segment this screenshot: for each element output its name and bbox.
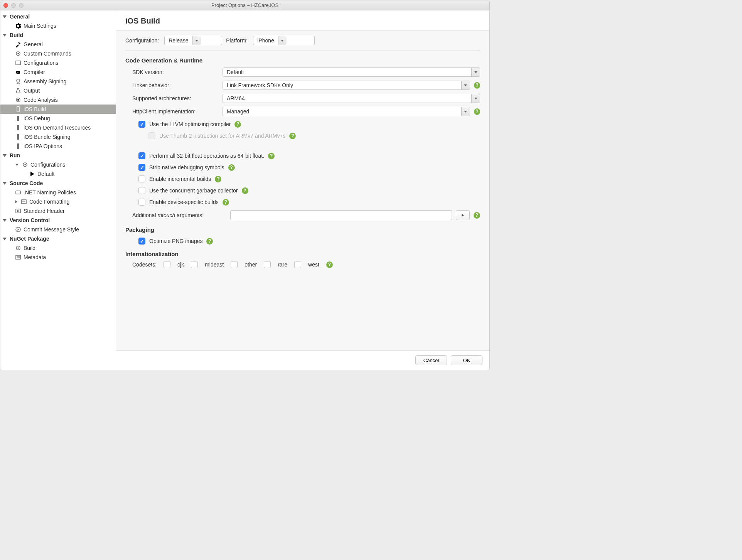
arch-select[interactable]: ARM64 — [223, 94, 480, 103]
radio-icon — [15, 97, 21, 103]
sidebar-item-naming-policies[interactable]: .NET Naming Policies — [0, 188, 116, 197]
sidebar-item-main-settings[interactable]: Main Settings — [0, 21, 116, 30]
sidebar-item-commit-style[interactable]: Commit Message Style — [0, 225, 116, 234]
ok-button[interactable]: OK — [451, 355, 482, 365]
sidebar-item-ios-ondemand[interactable]: iOS On-Demand Resources — [0, 123, 116, 132]
linker-behavior-label: Linker behavior: — [132, 82, 217, 88]
llvm-checkbox[interactable] — [138, 121, 145, 128]
help-icon[interactable]: ? — [228, 164, 235, 171]
png-checkbox[interactable] — [138, 238, 145, 245]
sidebar-section-source-code[interactable]: Source Code — [0, 179, 116, 188]
platform-label: Platform: — [226, 37, 248, 44]
sidebar-item-ios-debug[interactable]: iOS Debug — [0, 114, 116, 123]
gear-icon — [22, 162, 28, 168]
chevron-down-icon — [461, 107, 470, 116]
sidebar-item-code-analysis[interactable]: Code Analysis — [0, 95, 116, 105]
sidebar-item-ios-bundle-signing[interactable]: iOS Bundle Signing — [0, 132, 116, 142]
gear-icon — [15, 51, 21, 57]
window-icon — [15, 60, 21, 66]
gc-checkbox[interactable] — [138, 187, 145, 194]
badge-icon — [15, 78, 21, 84]
chevron-down-icon — [471, 68, 480, 76]
help-icon[interactable]: ? — [215, 176, 221, 182]
help-icon[interactable]: ? — [242, 187, 248, 194]
httpclient-select[interactable]: Managed — [223, 107, 470, 116]
help-icon[interactable]: ? — [268, 153, 275, 159]
help-icon[interactable]: ? — [289, 133, 296, 139]
sidebar-section-general[interactable]: General — [0, 12, 116, 21]
mtouch-expand-button[interactable] — [456, 210, 470, 220]
play-icon — [462, 214, 464, 217]
mtouch-arguments-input[interactable] — [230, 210, 452, 220]
sidebar-item-standard-header[interactable]: #Standard Header — [0, 206, 116, 216]
sdk-version-select[interactable]: Default — [223, 67, 480, 77]
window-title: Project Options – HZCare.iOS — [0, 2, 489, 8]
incremental-checkbox[interactable] — [138, 175, 145, 182]
check-icon — [15, 226, 21, 233]
section-packaging: Packaging — [125, 226, 480, 233]
chevron-down-icon — [461, 81, 470, 89]
sidebar-item-nuget-metadata[interactable]: Metadata — [0, 253, 116, 262]
sidebar-item-run-default[interactable]: Default — [0, 169, 116, 179]
svg-rect-11 — [17, 125, 19, 130]
device-checkbox[interactable] — [138, 199, 145, 206]
codeset-other-checkbox[interactable] — [231, 261, 238, 268]
titlebar: Project Options – HZCare.iOS — [0, 0, 489, 10]
sidebar-section-version-control[interactable]: Version Control — [0, 216, 116, 225]
codeset-cjk-checkbox[interactable] — [164, 261, 170, 268]
chevron-down-icon — [3, 182, 7, 185]
help-icon[interactable]: ? — [234, 121, 241, 128]
main-panel: iOS Build Configuration: Release Platfor… — [116, 10, 489, 370]
chevron-down-icon — [192, 36, 201, 45]
svg-rect-2 — [16, 61, 20, 65]
sidebar-item-run-configurations[interactable]: Configurations — [0, 160, 116, 169]
help-icon[interactable]: ? — [474, 82, 480, 89]
sidebar-section-nuget[interactable]: NuGet Package — [0, 234, 116, 243]
dialog-footer: Cancel OK — [116, 350, 489, 370]
phone-icon — [15, 143, 21, 149]
sidebar-item-ios-ipa-options[interactable]: iOS IPA Options — [0, 142, 116, 151]
strip-checkbox[interactable] — [138, 164, 145, 171]
list-icon — [21, 199, 27, 205]
help-icon[interactable]: ? — [223, 199, 229, 206]
sidebar-item-build-general[interactable]: General — [0, 40, 116, 49]
chevron-down-icon — [3, 15, 7, 18]
sidebar-item-custom-commands[interactable]: Custom Commands — [0, 49, 116, 58]
chevron-down-icon — [471, 94, 480, 103]
sdk-version-label: SDK version: — [132, 69, 217, 75]
configuration-select[interactable]: Release — [164, 36, 222, 45]
help-icon[interactable]: ? — [474, 212, 480, 219]
phone-icon — [15, 106, 21, 112]
sidebar-item-code-formatting[interactable]: Code Formatting — [0, 197, 116, 206]
sidebar-section-run[interactable]: Run — [0, 151, 116, 160]
section-codegen: Code Generation & Runtime — [125, 57, 480, 64]
svg-rect-9 — [17, 106, 19, 112]
cancel-button[interactable]: Cancel — [415, 355, 447, 365]
sidebar-item-output[interactable]: Output — [0, 86, 116, 95]
codeset-west-checkbox[interactable] — [294, 261, 301, 268]
svg-point-15 — [25, 164, 26, 165]
flask-icon — [15, 88, 21, 94]
chevron-right-icon — [15, 200, 18, 203]
help-icon[interactable]: ? — [474, 108, 480, 115]
float-checkbox[interactable] — [138, 152, 145, 159]
chevron-down-icon — [3, 34, 7, 37]
svg-rect-3 — [16, 71, 20, 74]
linker-behavior-select[interactable]: Link Framework SDKs Only — [223, 81, 470, 90]
phone-icon — [15, 134, 21, 140]
help-icon[interactable]: ? — [326, 261, 333, 268]
sidebar-item-assembly-signing[interactable]: Assembly Signing — [0, 77, 116, 86]
svg-point-24 — [18, 248, 19, 249]
sidebar-item-compiler[interactable]: Compiler — [0, 67, 116, 77]
svg-rect-10 — [17, 116, 19, 121]
sidebar: General Main Settings Build General Cust… — [0, 10, 116, 370]
codeset-mideast-checkbox[interactable] — [191, 261, 198, 268]
chevron-down-icon — [278, 36, 287, 45]
sidebar-item-ios-build[interactable]: iOS Build — [0, 105, 116, 114]
codeset-rare-checkbox[interactable] — [264, 261, 271, 268]
sidebar-section-build[interactable]: Build — [0, 30, 116, 40]
help-icon[interactable]: ? — [206, 238, 213, 245]
sidebar-item-nuget-build[interactable]: Build — [0, 243, 116, 253]
sidebar-item-configurations[interactable]: Configurations — [0, 58, 116, 67]
platform-select[interactable]: iPhone — [253, 36, 315, 45]
